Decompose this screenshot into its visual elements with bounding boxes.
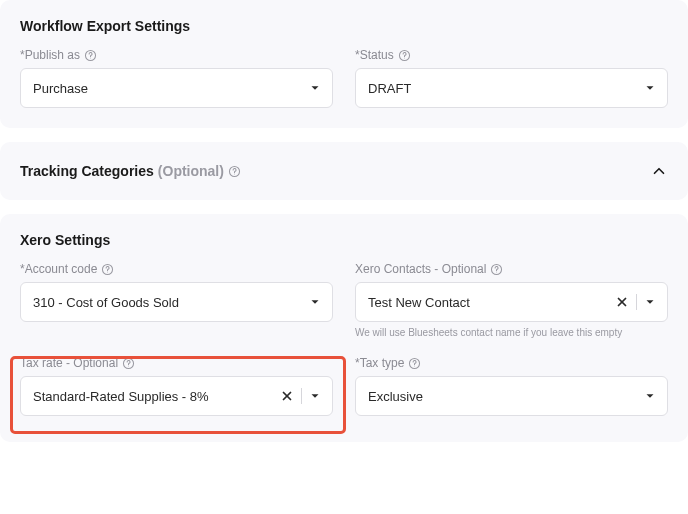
- workflow-title: Workflow Export Settings: [20, 18, 668, 34]
- workflow-export-panel: Workflow Export Settings *Publish as Pur…: [0, 0, 688, 128]
- clear-icon[interactable]: [279, 388, 295, 404]
- help-icon[interactable]: [398, 49, 411, 62]
- caret-down-icon: [308, 389, 322, 403]
- separator: [636, 294, 637, 310]
- help-icon[interactable]: [408, 357, 421, 370]
- help-icon[interactable]: [228, 165, 241, 178]
- caret-down-icon: [308, 295, 322, 309]
- help-icon[interactable]: [101, 263, 114, 276]
- svg-point-7: [107, 271, 108, 272]
- tracking-categories-panel[interactable]: Tracking Categories (Optional): [0, 142, 688, 200]
- tax-rate-field: Tax rate - Optional Standard-Rated Suppl…: [20, 356, 333, 416]
- publish-as-label: *Publish as: [20, 48, 333, 62]
- clear-icon[interactable]: [614, 294, 630, 310]
- tax-type-select[interactable]: Exclusive: [355, 376, 668, 416]
- caret-down-icon: [308, 81, 322, 95]
- tax-rate-label: Tax rate - Optional: [20, 356, 333, 370]
- separator: [301, 388, 302, 404]
- help-icon[interactable]: [490, 263, 503, 276]
- tax-rate-value: Standard-Rated Supplies - 8%: [33, 389, 209, 404]
- account-code-select[interactable]: 310 - Cost of Goods Sold: [20, 282, 333, 322]
- xero-title: Xero Settings: [20, 232, 668, 248]
- xero-contacts-field: Xero Contacts - Optional Test New Contac…: [355, 262, 668, 338]
- status-select[interactable]: DRAFT: [355, 68, 668, 108]
- xero-contacts-select[interactable]: Test New Contact: [355, 282, 668, 322]
- xero-settings-panel: Xero Settings *Account code 310 - Cost o…: [0, 214, 688, 442]
- chevron-up-icon[interactable]: [650, 162, 668, 180]
- svg-point-5: [234, 173, 235, 174]
- svg-point-13: [128, 365, 129, 366]
- publish-as-value: Purchase: [33, 81, 88, 96]
- caret-down-icon: [643, 81, 657, 95]
- account-code-label: *Account code: [20, 262, 333, 276]
- caret-down-icon: [643, 389, 657, 403]
- status-field: *Status DRAFT: [355, 48, 668, 108]
- publish-as-field: *Publish as Purchase: [20, 48, 333, 108]
- svg-point-1: [90, 57, 91, 58]
- status-label: *Status: [355, 48, 668, 62]
- tax-type-field: *Tax type Exclusive: [355, 356, 668, 416]
- tracking-title: Tracking Categories (Optional): [20, 163, 241, 179]
- xero-contacts-hint: We will use Bluesheets contact name if y…: [355, 327, 668, 338]
- account-code-field: *Account code 310 - Cost of Goods Sold: [20, 262, 333, 338]
- svg-point-17: [414, 365, 415, 366]
- tax-type-label: *Tax type: [355, 356, 668, 370]
- svg-point-9: [496, 271, 497, 272]
- help-icon[interactable]: [84, 49, 97, 62]
- tax-rate-select[interactable]: Standard-Rated Supplies - 8%: [20, 376, 333, 416]
- publish-as-select[interactable]: Purchase: [20, 68, 333, 108]
- tax-type-value: Exclusive: [368, 389, 423, 404]
- xero-contacts-label: Xero Contacts - Optional: [355, 262, 668, 276]
- account-code-value: 310 - Cost of Goods Sold: [33, 295, 179, 310]
- status-value: DRAFT: [368, 81, 411, 96]
- xero-contacts-value: Test New Contact: [368, 295, 470, 310]
- caret-down-icon: [643, 295, 657, 309]
- help-icon[interactable]: [122, 357, 135, 370]
- svg-point-3: [404, 57, 405, 58]
